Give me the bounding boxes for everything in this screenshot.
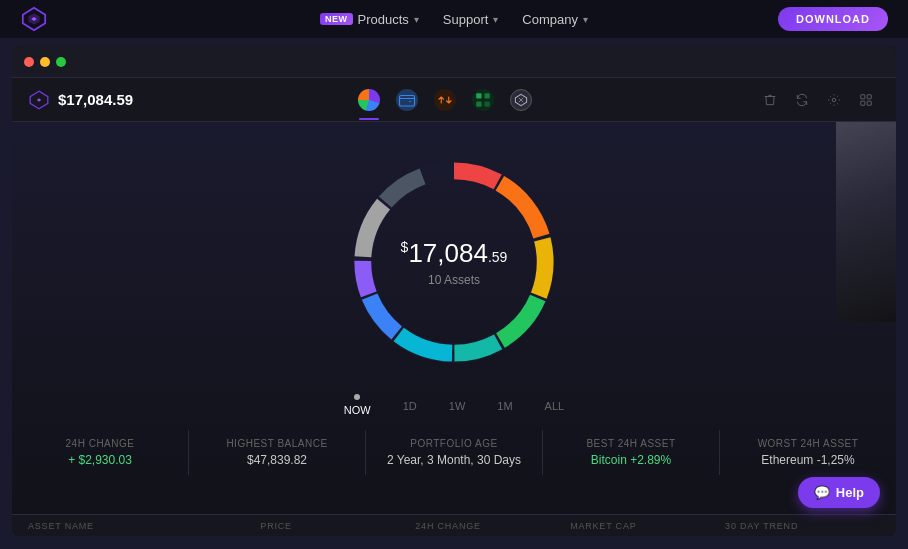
products-chevron-icon: ▾ — [414, 14, 419, 25]
company-chevron-icon: ▾ — [583, 14, 588, 25]
stat-24h-value: + $2,930.03 — [16, 453, 184, 467]
nav-support[interactable]: Support ▾ — [433, 8, 509, 31]
nav-company[interactable]: Company ▾ — [512, 8, 598, 31]
app-header: $17,084.59 — [12, 78, 896, 122]
col-asset-name: ASSET NAME — [28, 521, 260, 531]
stat-highest-value: $47,839.82 — [193, 453, 361, 467]
grid-view-button[interactable] — [852, 86, 880, 114]
col-24h-change: 24H CHANGE — [415, 521, 570, 531]
svg-rect-7 — [867, 94, 871, 98]
table-header: ASSET NAME PRICE 24H CHANGE MARKET CAP 3… — [12, 514, 896, 536]
nav-logo — [20, 5, 48, 33]
wallet-icon — [396, 89, 418, 111]
nav-links: NEW Products ▾ Support ▾ Company ▾ — [310, 8, 598, 31]
stat-24h-change: 24h Change + $2,930.03 — [12, 430, 189, 475]
tab-apps[interactable] — [465, 82, 501, 118]
apps-icon — [472, 89, 494, 111]
stat-worst-label: Worst 24H Asset — [724, 438, 892, 449]
chart-center: $17,084.59 10 Assets — [401, 238, 508, 287]
now-dot-icon — [354, 394, 360, 400]
stat-highest-balance: Highest Balance $47,839.82 — [189, 430, 366, 475]
time-btn-now[interactable]: NOW — [340, 402, 375, 418]
stat-age-value: 2 Year, 3 Month, 30 Days — [370, 453, 538, 467]
stat-worst-asset: Worst 24H Asset Ethereum -1,25% — [720, 430, 896, 475]
chart-container: $17,084.59 10 Assets — [334, 142, 574, 382]
svg-rect-0 — [399, 95, 414, 106]
support-label: Support — [443, 12, 489, 27]
help-chat-icon: 💬 — [814, 485, 830, 500]
download-button[interactable]: DOWNLOAD — [778, 7, 888, 31]
company-label: Company — [522, 12, 578, 27]
svg-rect-1 — [476, 93, 481, 98]
help-button[interactable]: 💬 Help — [798, 477, 880, 508]
col-30day-trend: 30 DAY TREND — [725, 521, 880, 531]
svg-rect-3 — [476, 101, 481, 106]
help-label: Help — [836, 485, 864, 500]
minimize-dot[interactable] — [40, 57, 50, 67]
stat-worst-value: Ethereum -1,25% — [724, 453, 892, 467]
time-option-now[interactable]: NOW — [340, 394, 375, 418]
svg-rect-2 — [484, 93, 489, 98]
support-chevron-icon: ▾ — [493, 14, 498, 25]
window-chrome — [12, 46, 896, 78]
stat-24h-label: 24h Change — [16, 438, 184, 449]
stat-best-label: Best 24H Asset — [547, 438, 715, 449]
svg-rect-8 — [861, 101, 865, 105]
chart-assets-label: 10 Assets — [401, 273, 508, 287]
stat-highest-label: Highest Balance — [193, 438, 361, 449]
app-window: $17,084.59 — [12, 46, 896, 536]
tab-wallet[interactable] — [389, 82, 425, 118]
app-main: $17,084.59 10 Assets NOW 1D 1W 1M ALL 24… — [12, 122, 896, 536]
app-balance: $17,084.59 — [58, 91, 133, 108]
close-dot[interactable] — [24, 57, 34, 67]
exodus-x-icon — [510, 89, 532, 111]
app-logo-icon — [28, 89, 50, 111]
settings-button[interactable] — [820, 86, 848, 114]
currency-symbol: $ — [401, 239, 409, 255]
col-market-cap: MARKET CAP — [570, 521, 725, 531]
trash-button[interactable] — [756, 86, 784, 114]
time-btn-1m[interactable]: 1M — [493, 398, 516, 414]
tab-exodus-x[interactable] — [503, 82, 539, 118]
right-panel-image — [836, 122, 896, 322]
app-header-tabs — [351, 82, 539, 118]
stat-portfolio-age: Portfolio Age 2 Year, 3 Month, 30 Days — [366, 430, 543, 475]
chart-amount: $17,084.59 — [401, 238, 508, 269]
time-btn-all[interactable]: ALL — [541, 398, 569, 414]
amount-main: 17,084 — [408, 238, 488, 268]
svg-rect-9 — [867, 101, 871, 105]
navbar: NEW Products ▾ Support ▾ Company ▾ DOWNL… — [0, 0, 908, 38]
nav-products[interactable]: NEW Products ▾ — [310, 8, 429, 31]
stat-best-value: Bitcoin +2.89% — [547, 453, 715, 467]
svg-rect-4 — [484, 101, 489, 106]
portfolio-icon — [358, 89, 380, 111]
maximize-dot[interactable] — [56, 57, 66, 67]
app-header-left: $17,084.59 — [28, 89, 133, 111]
svg-point-5 — [832, 98, 836, 102]
time-controls: NOW 1D 1W 1M ALL — [340, 394, 568, 418]
new-badge: NEW — [320, 13, 353, 25]
tab-portfolio[interactable] — [351, 82, 387, 118]
time-btn-1d[interactable]: 1D — [399, 398, 421, 414]
stat-age-label: Portfolio Age — [370, 438, 538, 449]
products-label: Products — [358, 12, 409, 27]
tab-exchange[interactable] — [427, 82, 463, 118]
exchange-icon — [434, 89, 456, 111]
app-header-right — [756, 86, 880, 114]
exodus-logo-icon — [20, 5, 48, 33]
right-panel — [836, 122, 896, 322]
col-price: PRICE — [260, 521, 415, 531]
stats-row: 24h Change + $2,930.03 Highest Balance $… — [12, 430, 896, 475]
svg-rect-6 — [861, 94, 865, 98]
time-btn-1w[interactable]: 1W — [445, 398, 470, 414]
stat-best-asset: Best 24H Asset Bitcoin +2.89% — [543, 430, 720, 475]
amount-cents: .59 — [488, 249, 507, 265]
refresh-button[interactable] — [788, 86, 816, 114]
